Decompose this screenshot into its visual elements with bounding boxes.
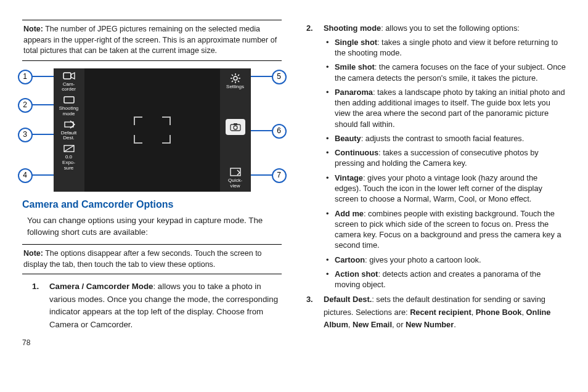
- item-title: Camera / Camcorder Mode: [49, 282, 153, 291]
- list-item: •Panaroma: takes a landscape photo by ta…: [326, 87, 566, 129]
- svg-point-4: [234, 76, 237, 80]
- lead-2: [31, 104, 54, 105]
- left-column: Note: The number of JPEG pictures remain…: [22, 17, 282, 380]
- bullet-icon: •: [326, 147, 335, 169]
- bullet-title: Smile shot: [335, 62, 375, 71]
- lead-4: [31, 174, 54, 176]
- selection: New Number: [406, 320, 454, 329]
- list-item: 2. Shooting mode: allows you to set the …: [306, 22, 566, 35]
- list-item: •Single shot: takes a single photo and v…: [326, 37, 566, 59]
- sep: ,: [472, 308, 476, 317]
- item-body: Shooting mode: allows you to set the fol…: [324, 22, 520, 35]
- svg-line-10: [238, 81, 239, 82]
- callout-3: 3: [18, 128, 33, 142]
- bullet-icon: •: [326, 269, 335, 290]
- lead-3: [31, 134, 54, 135]
- bullet-title: Cartoon: [335, 255, 365, 264]
- note-label-2: Note:: [23, 249, 43, 258]
- lead-7: [251, 174, 273, 176]
- selection: Phone Book: [476, 308, 522, 317]
- bullet-title: Vintage: [335, 173, 363, 182]
- page-number: 78: [22, 338, 282, 348]
- item-title: Default Dest.: [324, 295, 372, 304]
- numbered-list-right: 2. Shooting mode: allows you to set the …: [306, 22, 566, 35]
- bullet-icon: •: [326, 255, 335, 265]
- callout-7: 7: [272, 168, 287, 183]
- note-box-1: Note: The number of JPEG pictures remain…: [22, 20, 282, 61]
- item-number: 1.: [32, 280, 49, 331]
- bullet-icon: •: [326, 62, 335, 83]
- bullet-title: Action shot: [335, 269, 378, 279]
- list-item: •Cartoon: gives your photo a cartoon loo…: [326, 255, 566, 265]
- quickview-label: Quick- view: [228, 178, 242, 189]
- svg-rect-15: [234, 123, 237, 125]
- list-item: •Vintage: gives your photo a vintage loo…: [326, 173, 566, 205]
- svg-line-12: [238, 75, 239, 76]
- list-item: •Action shot: detects action and creates…: [326, 269, 566, 290]
- list-item: •Beauty: adjusts the contrast to smooth …: [326, 133, 566, 144]
- bullet-icon: •: [326, 173, 335, 205]
- shooting-mode-icon-slot: Shooting mode: [54, 92, 84, 117]
- quickview-icon: [229, 166, 242, 178]
- camera-screenshot: Cam- corder Shooting mode Default Dest.: [54, 68, 251, 192]
- bullet-icon: •: [326, 133, 335, 144]
- exposure-icon: [62, 143, 76, 154]
- note-text: The number of JPEG pictures remaining on…: [23, 25, 277, 55]
- quickview-icon-slot: Quick- view: [220, 165, 251, 189]
- svg-rect-1: [64, 97, 74, 103]
- item-body: Camera / Camcorder Mode: allows you to t…: [49, 280, 282, 331]
- callout-4: 4: [18, 168, 33, 183]
- default-dest-label: Default Dest.: [61, 130, 76, 141]
- callout-1: 1: [18, 70, 33, 84]
- item-body: Default Dest.: sets the default destinat…: [324, 293, 566, 331]
- right-toolbar: Settings Quick- view: [220, 68, 251, 192]
- item-title: Shooting mode: [324, 23, 381, 33]
- intro-text: You can change options using your keypad…: [27, 215, 282, 238]
- camcorder-mode-icon: Cam- corder: [54, 68, 84, 93]
- bullet-title: Beauty: [335, 134, 361, 143]
- bullet-icon: •: [326, 37, 335, 59]
- section-heading: Camera and Camcorder Options: [22, 198, 282, 211]
- bullet-text: : gives your photo a vintage look (hazy …: [335, 173, 542, 204]
- callout-6: 6: [272, 124, 287, 139]
- lead-6: [251, 130, 273, 131]
- sep: ,: [348, 320, 353, 329]
- shooting-label: Shooting mode: [59, 105, 79, 116]
- note-text-2: The options disappear after a few second…: [23, 249, 262, 269]
- item-number: 2.: [306, 22, 324, 35]
- shutter-button: [220, 116, 251, 137]
- document-page: Note: The number of JPEG pictures remain…: [0, 0, 588, 392]
- selection: Recent recipient: [410, 308, 472, 317]
- lead-1: [31, 76, 54, 77]
- exposure-icon-slot: 0.0 Expo- sure: [54, 141, 84, 171]
- callout-2: 2: [18, 98, 33, 113]
- bullet-list: •Single shot: takes a single photo and v…: [326, 37, 566, 290]
- svg-line-11: [232, 81, 233, 82]
- svg-point-14: [234, 126, 237, 129]
- bullet-title: Single shot: [335, 38, 377, 47]
- sep: ,: [521, 308, 526, 317]
- list-item: 1. Camera / Camcorder Mode: allows you t…: [32, 280, 282, 331]
- svg-line-9: [232, 75, 233, 76]
- bullet-text: : combines people with existing backgrou…: [335, 209, 561, 250]
- sep: .: [454, 320, 456, 329]
- bullet-icon: •: [326, 208, 335, 251]
- list-item: 3. Default Dest.: sets the default desti…: [306, 293, 566, 331]
- camcorder-icon: [62, 70, 76, 81]
- bullet-title: Continuous: [335, 148, 378, 157]
- default-dest-icon-slot: Default Dest.: [54, 117, 84, 142]
- default-dest-icon: [62, 119, 76, 130]
- left-toolbar: Cam- corder Shooting mode Default Dest.: [54, 68, 84, 192]
- settings-icon-slot: Settings: [220, 71, 251, 90]
- lead-5: [251, 76, 273, 77]
- bullet-text: : gives your photo a cartoon look.: [365, 255, 481, 264]
- focus-bracket: [134, 116, 171, 144]
- settings-label: Settings: [226, 84, 244, 89]
- item-number: 3.: [306, 293, 324, 331]
- bullet-text: : adjusts the contrast to smooth facial …: [361, 134, 525, 143]
- numbered-list-right-3: 3. Default Dest.: sets the default desti…: [306, 293, 566, 331]
- numbered-list: 1. Camera / Camcorder Mode: allows you t…: [32, 280, 282, 331]
- bullet-title: Panaroma: [335, 88, 373, 97]
- camera-figure: Cam- corder Shooting mode Default Dest.: [23, 68, 282, 192]
- camera-icon: [226, 119, 245, 135]
